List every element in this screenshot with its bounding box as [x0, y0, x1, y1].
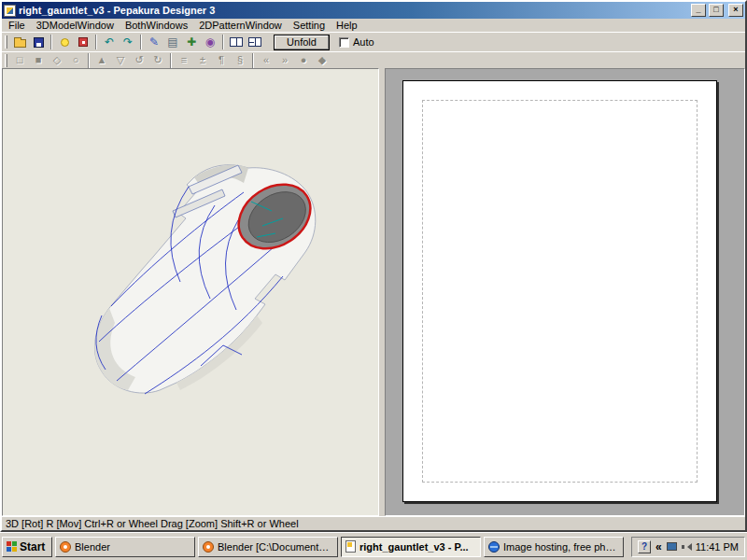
flip-part-button[interactable]: ▽ — [111, 53, 130, 68]
help-tray-icon[interactable]: ? — [638, 540, 651, 553]
toolbar-grip[interactable] — [5, 35, 7, 49]
edge-list-button[interactable]: ≡ — [175, 53, 193, 68]
pan-tool-button[interactable]: ▲ — [92, 53, 111, 68]
add-part-button[interactable]: ✚ — [182, 34, 201, 50]
select-tool-button[interactable]: □ — [10, 53, 29, 68]
add-text-icon: ¶ — [218, 55, 224, 65]
start-button[interactable]: Start — [2, 537, 52, 557]
rotate-cw-button[interactable]: ↻ — [148, 53, 167, 68]
toolbar-separator — [170, 53, 172, 68]
toolbar-separator — [222, 35, 224, 49]
toolbar-2d-tools: □ ■ ◇ ○ ▲ ▽ ↺ ↻ ≡ ± ¶ § « » ● ◆ — [2, 51, 745, 68]
network-monitor-icon[interactable] — [667, 542, 677, 551]
toolbar-separator — [95, 35, 97, 49]
taskbar-item-label: Image hosting, free phot... — [503, 541, 619, 553]
texture-icon — [78, 37, 88, 47]
move-part-button[interactable]: ■ — [29, 53, 48, 68]
window-2d-button[interactable] — [246, 34, 264, 50]
flip-part-icon: ▽ — [117, 55, 124, 65]
tray-clock: 11:41 PM — [696, 541, 739, 553]
blender-icon — [203, 541, 214, 553]
2d-pattern-viewport[interactable] — [385, 68, 745, 516]
zoom-tool-icon: ○ — [73, 55, 79, 65]
adjust-flap-button[interactable]: ± — [193, 53, 212, 68]
next-page-button[interactable]: » — [275, 53, 294, 68]
add-image-icon: § — [237, 55, 243, 65]
undo-button[interactable]: ↶ — [100, 34, 119, 50]
select-tool-icon: □ — [17, 55, 23, 65]
menu-3dmodelwindow[interactable]: 3DModelWindow — [31, 19, 120, 32]
toolbar-grip[interactable] — [5, 54, 7, 67]
window-title: right_gauntlet_v3 - Pepakura Designer 3 — [19, 5, 688, 16]
window-2d-icon — [248, 37, 261, 47]
light-toggle-button[interactable] — [55, 34, 74, 50]
mark-diamond-icon: ◆ — [318, 55, 326, 65]
hidden-icons-chevron[interactable]: « — [655, 540, 662, 553]
restore-button[interactable]: □ — [709, 4, 724, 17]
toolbar-separator — [50, 35, 52, 49]
prev-page-icon: « — [263, 55, 269, 65]
rotate-cw-icon: ↻ — [153, 55, 162, 65]
redo-button[interactable]: ↷ — [119, 34, 137, 50]
menu-bothwindows[interactable]: BothWindows — [120, 19, 193, 32]
auto-unfold-option: Auto — [339, 36, 374, 48]
texture-setting-button[interactable] — [74, 34, 92, 50]
add-text-button[interactable]: ¶ — [212, 53, 231, 68]
parts-list-icon: ▤ — [167, 36, 177, 48]
unfold-button[interactable]: Unfold — [274, 35, 330, 50]
toolbar-separator — [140, 35, 142, 49]
open-folder-icon — [14, 39, 26, 48]
taskbar-item-blender-2[interactable]: Blender [C:\Documents a...] — [198, 537, 338, 557]
taskbar-item-blender-1[interactable]: Blender — [55, 537, 195, 557]
prev-page-button[interactable]: « — [257, 53, 275, 68]
view-mode-button[interactable]: ◉ — [201, 34, 219, 50]
main-area — [2, 68, 745, 516]
add-image-button[interactable]: § — [231, 53, 249, 68]
save-disk-icon — [34, 37, 44, 48]
windows-taskbar: Start Blender Blender [C:\Documents a...… — [0, 532, 747, 560]
close-button[interactable]: × — [728, 4, 743, 17]
zoom-tool-button[interactable]: ○ — [66, 53, 85, 68]
rotate-ccw-icon: ↺ — [134, 55, 143, 65]
pepakura-window: right_gauntlet_v3 - Pepakura Designer 3 … — [0, 0, 747, 532]
next-page-icon: » — [282, 55, 288, 65]
status-bar: 3D [Rot] R [Mov] Ctrl+R or Wheel Drag [Z… — [2, 516, 745, 530]
edit-mode-button[interactable]: ✎ — [145, 34, 163, 50]
move-part-icon: ■ — [35, 55, 42, 65]
mark-diamond-button[interactable]: ◆ — [313, 53, 331, 68]
mark-dot-button[interactable]: ● — [294, 53, 313, 68]
window-both-button[interactable] — [227, 34, 246, 50]
edge-list-icon: ≡ — [181, 55, 187, 65]
windows-flag-icon — [7, 541, 17, 552]
redo-icon: ↷ — [123, 36, 133, 48]
titlebar[interactable]: right_gauntlet_v3 - Pepakura Designer 3 … — [2, 2, 745, 19]
taskbar-item-label: Blender [C:\Documents a...] — [218, 541, 333, 553]
plus-icon: ✚ — [187, 36, 196, 48]
toolbar-separator — [88, 53, 90, 68]
3d-model-viewport[interactable] — [2, 68, 379, 516]
minimize-button[interactable]: _ — [691, 4, 706, 17]
rotate-ccw-button[interactable]: ↺ — [130, 53, 148, 68]
auto-checkbox[interactable] — [339, 37, 349, 48]
blender-icon — [60, 541, 71, 553]
window-both-icon — [230, 37, 243, 47]
start-button-label: Start — [20, 540, 45, 553]
rotate-part-icon: ◇ — [53, 55, 61, 65]
menu-setting[interactable]: Setting — [288, 19, 331, 32]
menu-help[interactable]: Help — [331, 19, 363, 32]
adjust-flap-icon: ± — [200, 55, 205, 65]
gauntlet-3d-model — [3, 69, 378, 515]
parts-list-button[interactable]: ▤ — [163, 34, 182, 50]
menu-2dpatternwindow[interactable]: 2DPatternWindow — [193, 19, 288, 32]
menu-file[interactable]: File — [3, 19, 31, 32]
open-button[interactable] — [10, 34, 29, 50]
auto-checkbox-label: Auto — [353, 36, 374, 48]
volume-icon[interactable] — [682, 542, 691, 552]
light-bulb-icon — [61, 38, 69, 47]
toolbar-separator — [252, 53, 254, 68]
save-button[interactable] — [29, 34, 48, 50]
taskbar-item-browser[interactable]: Image hosting, free phot... — [484, 537, 624, 557]
rotate-part-button[interactable]: ◇ — [48, 53, 66, 68]
pattern-page[interactable] — [402, 80, 717, 502]
taskbar-item-pepakura[interactable]: right_gauntlet_v3 - P... — [341, 537, 481, 557]
